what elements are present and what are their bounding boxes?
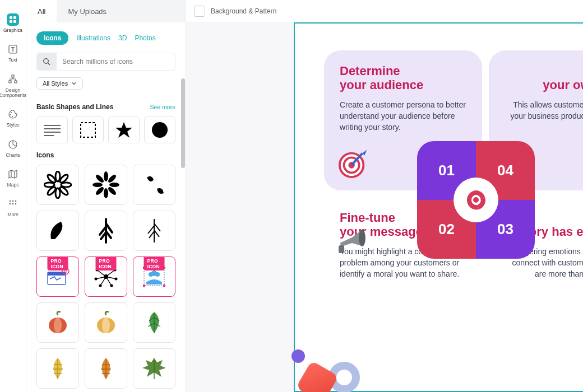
grid-icon bbox=[7, 198, 19, 210]
card-body: Create a customer persona to better unde… bbox=[340, 99, 466, 133]
svg-rect-6 bbox=[12, 75, 14, 77]
svg-point-21 bbox=[152, 122, 168, 138]
map-icon bbox=[7, 168, 19, 180]
pill-3d[interactable]: 3D bbox=[118, 34, 127, 42]
scrollbar-thumb[interactable] bbox=[181, 78, 185, 168]
text-icon: T bbox=[7, 43, 19, 55]
accent-ball bbox=[292, 349, 305, 363]
svg-point-35 bbox=[107, 186, 117, 196]
svg-point-15 bbox=[15, 200, 17, 202]
pro-badge: PRO ICON bbox=[144, 257, 165, 270]
shape-circle[interactable] bbox=[144, 116, 175, 143]
components-icon bbox=[7, 73, 19, 86]
section-head-shapes: Basic Shapes and Lines See more bbox=[36, 103, 175, 111]
target-icon bbox=[337, 147, 370, 179]
megaphone-icon bbox=[335, 224, 369, 258]
icon-tile-tree-outline[interactable] bbox=[133, 211, 175, 251]
rail-item-text[interactable]: T Text bbox=[0, 43, 26, 63]
icon-tile-flower-solid[interactable] bbox=[85, 165, 127, 205]
svg-rect-63 bbox=[163, 284, 165, 287]
pro-badge: PRO ICON bbox=[48, 257, 68, 270]
svg-point-30 bbox=[104, 171, 108, 181]
svg-point-22 bbox=[55, 171, 60, 181]
icon-tile-team-pro[interactable]: PRO ICON bbox=[133, 256, 175, 297]
icon-tile-leaf-yellow[interactable] bbox=[36, 348, 79, 389]
svg-rect-62 bbox=[143, 284, 145, 287]
shape-dashed-rect[interactable] bbox=[72, 116, 104, 143]
styles-dropdown[interactable]: All Styles bbox=[36, 77, 83, 90]
rail-item-more[interactable]: More bbox=[0, 198, 26, 217]
pie-icon bbox=[7, 138, 19, 151]
pill-photos[interactable]: Photos bbox=[135, 34, 155, 42]
left-rail: Graphics T Text Design Components Styles… bbox=[0, 0, 26, 392]
svg-rect-3 bbox=[13, 20, 16, 23]
svg-rect-20 bbox=[81, 123, 95, 137]
svg-line-44 bbox=[97, 270, 106, 277]
search-input[interactable] bbox=[57, 53, 175, 71]
svg-point-9 bbox=[11, 112, 12, 113]
bg-color-swatch[interactable] bbox=[194, 6, 205, 17]
design-canvas[interactable]: Determine your audience Create a custome… bbox=[294, 22, 583, 392]
pill-icons[interactable]: Icons bbox=[36, 31, 68, 45]
pill-illustrations[interactable]: Illustrations bbox=[76, 34, 110, 42]
svg-point-17 bbox=[12, 203, 14, 205]
icon-tile-flower-outline[interactable] bbox=[36, 165, 79, 205]
rail-item-components[interactable]: Design Components bbox=[0, 73, 26, 99]
svg-point-73 bbox=[473, 197, 479, 203]
svg-point-25 bbox=[61, 183, 71, 187]
tab-my-uploads[interactable]: My Uploads bbox=[57, 0, 118, 22]
see-more-link[interactable]: See more bbox=[150, 104, 175, 110]
center-quadrant-badge[interactable]: 01 04 02 03 bbox=[417, 141, 535, 259]
icons-grid: PRO ICON@ PRO ICON PRO ICON bbox=[36, 165, 175, 389]
rail-label: Styles bbox=[6, 123, 19, 128]
svg-point-16 bbox=[10, 203, 11, 205]
shape-lines[interactable] bbox=[36, 116, 68, 143]
canvas-viewport[interactable]: Determine your audience Create a custome… bbox=[186, 22, 583, 392]
chevron-down-icon bbox=[71, 81, 77, 86]
svg-point-36 bbox=[107, 174, 117, 184]
search-button[interactable] bbox=[36, 53, 57, 71]
rail-label: Charts bbox=[6, 153, 20, 158]
tab-all[interactable]: All bbox=[26, 0, 57, 22]
rail-label: Text bbox=[8, 58, 17, 63]
rail-item-graphics[interactable]: Graphics bbox=[0, 13, 26, 33]
shape-star[interactable] bbox=[108, 116, 140, 143]
rail-item-styles[interactable]: Styles bbox=[0, 108, 26, 128]
icon-tile-feather[interactable] bbox=[36, 211, 79, 251]
icon-tile-leaves-pair[interactable] bbox=[133, 165, 175, 205]
rail-item-charts[interactable]: Charts bbox=[0, 138, 26, 158]
svg-text:T: T bbox=[11, 46, 15, 53]
bg-pattern-label[interactable]: Background & Pattern bbox=[211, 7, 276, 15]
rail-item-maps[interactable]: Maps bbox=[0, 168, 26, 188]
icon-tile-pumpkin-yellow[interactable] bbox=[85, 302, 127, 343]
graphics-panel: Icons Illustrations 3D Photos All Styles… bbox=[26, 22, 186, 392]
icon-tile-tree-solid[interactable] bbox=[85, 211, 127, 251]
icon-tile-marketing-pro[interactable]: PRO ICON@ bbox=[36, 256, 79, 297]
pro-badge: PRO ICON bbox=[96, 257, 117, 270]
svg-point-54 bbox=[99, 284, 102, 287]
rail-label: Maps bbox=[7, 183, 19, 188]
section-title: Icons bbox=[36, 151, 54, 159]
rail-label: More bbox=[7, 212, 18, 217]
svg-point-67 bbox=[102, 318, 110, 333]
svg-point-52 bbox=[95, 278, 98, 281]
svg-rect-8 bbox=[15, 81, 17, 83]
card-title: Draft your own story bbox=[505, 64, 583, 92]
search-row bbox=[36, 53, 175, 71]
svg-point-14 bbox=[12, 200, 14, 202]
svg-rect-0 bbox=[10, 16, 12, 19]
svg-point-38 bbox=[104, 183, 108, 187]
panel-tabs: All My Uploads bbox=[26, 0, 186, 22]
svg-point-65 bbox=[54, 318, 62, 333]
accent-box bbox=[296, 361, 339, 392]
icon-tile-pumpkin-red[interactable] bbox=[36, 302, 79, 343]
svg-point-19 bbox=[44, 59, 48, 63]
icon-tile-network-pro[interactable]: PRO ICON bbox=[85, 256, 127, 297]
category-pills: Icons Illustrations 3D Photos bbox=[36, 31, 175, 45]
svg-point-32 bbox=[92, 183, 103, 187]
icon-tile-leaf-maple[interactable] bbox=[133, 348, 175, 389]
icon-tile-leaf-orange[interactable] bbox=[85, 348, 127, 389]
icon-tile-leaf-green[interactable] bbox=[133, 302, 175, 343]
svg-point-37 bbox=[95, 186, 105, 196]
svg-point-53 bbox=[115, 278, 118, 281]
